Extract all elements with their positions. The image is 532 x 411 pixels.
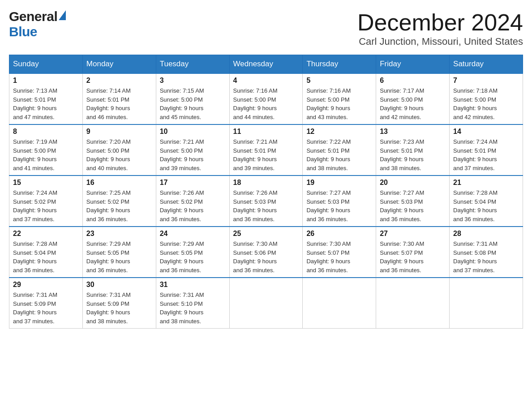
day-info: Sunrise: 7:31 AMSunset: 5:09 PMDaylight:… xyxy=(13,291,79,325)
calendar-cell: 7Sunrise: 7:18 AMSunset: 5:00 PMDaylight… xyxy=(450,73,523,124)
day-number: 28 xyxy=(453,230,519,238)
day-number: 23 xyxy=(86,230,152,238)
day-number: 14 xyxy=(453,128,519,136)
day-info: Sunrise: 7:16 AMSunset: 5:00 PMDaylight:… xyxy=(306,86,372,121)
day-info: Sunrise: 7:18 AMSunset: 5:00 PMDaylight:… xyxy=(453,86,519,121)
calendar-table: SundayMondayTuesdayWednesdayThursdayFrid… xyxy=(9,55,523,329)
day-info: Sunrise: 7:26 AMSunset: 5:03 PMDaylight:… xyxy=(233,188,299,223)
day-info: Sunrise: 7:25 AMSunset: 5:02 PMDaylight:… xyxy=(86,188,152,223)
day-number: 27 xyxy=(380,230,446,238)
day-info: Sunrise: 7:22 AMSunset: 5:01 PMDaylight:… xyxy=(306,137,372,172)
calendar-cell: 3Sunrise: 7:15 AMSunset: 5:00 PMDaylight… xyxy=(156,73,229,124)
calendar-cell: 14Sunrise: 7:24 AMSunset: 5:01 PMDayligh… xyxy=(450,124,523,176)
calendar-cell: 31Sunrise: 7:31 AMSunset: 5:10 PMDayligh… xyxy=(156,278,229,329)
weekday-header-tuesday: Tuesday xyxy=(156,55,229,74)
calendar-cell: 6Sunrise: 7:17 AMSunset: 5:00 PMDaylight… xyxy=(376,73,450,124)
day-number: 13 xyxy=(380,128,446,136)
calendar-cell: 28Sunrise: 7:31 AMSunset: 5:08 PMDayligh… xyxy=(450,227,523,278)
day-number: 3 xyxy=(160,77,226,85)
calendar-cell: 5Sunrise: 7:16 AMSunset: 5:00 PMDaylight… xyxy=(303,73,376,124)
day-info: Sunrise: 7:31 AMSunset: 5:09 PMDaylight:… xyxy=(86,291,152,325)
page-header: General Blue December 2024 Carl Junction… xyxy=(9,9,523,47)
day-number: 16 xyxy=(86,179,152,187)
calendar-cell xyxy=(376,278,450,329)
day-info: Sunrise: 7:26 AMSunset: 5:02 PMDaylight:… xyxy=(160,188,226,223)
calendar-cell: 23Sunrise: 7:29 AMSunset: 5:05 PMDayligh… xyxy=(82,227,156,278)
day-info: Sunrise: 7:30 AMSunset: 5:06 PMDaylight:… xyxy=(233,240,299,274)
day-info: Sunrise: 7:28 AMSunset: 5:04 PMDaylight:… xyxy=(13,240,79,274)
calendar-cell: 8Sunrise: 7:19 AMSunset: 5:00 PMDaylight… xyxy=(9,124,83,176)
day-info: Sunrise: 7:30 AMSunset: 5:07 PMDaylight:… xyxy=(306,240,372,274)
calendar-header-row: SundayMondayTuesdayWednesdayThursdayFrid… xyxy=(9,55,523,74)
day-number: 22 xyxy=(13,230,79,238)
weekday-header-wednesday: Wednesday xyxy=(229,55,303,74)
calendar-cell: 9Sunrise: 7:20 AMSunset: 5:00 PMDaylight… xyxy=(82,124,156,176)
day-info: Sunrise: 7:14 AMSunset: 5:01 PMDaylight:… xyxy=(86,86,152,121)
calendar-cell: 21Sunrise: 7:28 AMSunset: 5:04 PMDayligh… xyxy=(450,176,523,227)
day-number: 9 xyxy=(86,128,152,136)
day-info: Sunrise: 7:24 AMSunset: 5:02 PMDaylight:… xyxy=(13,188,79,223)
day-number: 8 xyxy=(13,128,79,136)
day-number: 11 xyxy=(233,128,299,136)
day-info: Sunrise: 7:24 AMSunset: 5:01 PMDaylight:… xyxy=(453,137,519,172)
calendar-cell: 20Sunrise: 7:27 AMSunset: 5:03 PMDayligh… xyxy=(376,176,450,227)
day-number: 7 xyxy=(453,77,519,85)
weekday-header-saturday: Saturday xyxy=(450,55,523,74)
day-info: Sunrise: 7:17 AMSunset: 5:00 PMDaylight:… xyxy=(380,86,446,121)
month-title: December 2024 xyxy=(357,9,523,36)
calendar-cell: 13Sunrise: 7:23 AMSunset: 5:01 PMDayligh… xyxy=(376,124,450,176)
calendar-cell xyxy=(229,278,303,329)
day-info: Sunrise: 7:19 AMSunset: 5:00 PMDaylight:… xyxy=(13,137,79,172)
calendar-cell: 26Sunrise: 7:30 AMSunset: 5:07 PMDayligh… xyxy=(303,227,376,278)
calendar-cell: 18Sunrise: 7:26 AMSunset: 5:03 PMDayligh… xyxy=(229,176,303,227)
calendar-cell xyxy=(450,278,523,329)
calendar-cell: 30Sunrise: 7:31 AMSunset: 5:09 PMDayligh… xyxy=(82,278,156,329)
day-number: 21 xyxy=(453,179,519,187)
day-number: 18 xyxy=(233,179,299,187)
logo-blue-text: Blue xyxy=(9,24,37,39)
day-info: Sunrise: 7:29 AMSunset: 5:05 PMDaylight:… xyxy=(160,240,226,274)
day-number: 26 xyxy=(306,230,372,238)
day-number: 25 xyxy=(233,230,299,238)
calendar-cell: 25Sunrise: 7:30 AMSunset: 5:06 PMDayligh… xyxy=(229,227,303,278)
calendar-week-row: 1Sunrise: 7:13 AMSunset: 5:01 PMDaylight… xyxy=(9,73,523,124)
day-info: Sunrise: 7:13 AMSunset: 5:01 PMDaylight:… xyxy=(13,86,79,121)
day-info: Sunrise: 7:21 AMSunset: 5:01 PMDaylight:… xyxy=(233,137,299,172)
day-number: 19 xyxy=(306,179,372,187)
day-number: 15 xyxy=(13,179,79,187)
day-number: 10 xyxy=(160,128,226,136)
logo-triangle-icon xyxy=(59,10,66,20)
day-number: 29 xyxy=(13,281,79,289)
calendar-cell: 12Sunrise: 7:22 AMSunset: 5:01 PMDayligh… xyxy=(303,124,376,176)
calendar-cell: 15Sunrise: 7:24 AMSunset: 5:02 PMDayligh… xyxy=(9,176,83,227)
weekday-header-friday: Friday xyxy=(376,55,450,74)
calendar-cell: 24Sunrise: 7:29 AMSunset: 5:05 PMDayligh… xyxy=(156,227,229,278)
day-number: 30 xyxy=(86,281,152,289)
calendar-week-row: 29Sunrise: 7:31 AMSunset: 5:09 PMDayligh… xyxy=(9,278,523,329)
calendar-cell: 29Sunrise: 7:31 AMSunset: 5:09 PMDayligh… xyxy=(9,278,83,329)
logo-general-text: General xyxy=(9,9,57,24)
day-number: 17 xyxy=(160,179,226,187)
calendar-cell: 1Sunrise: 7:13 AMSunset: 5:01 PMDaylight… xyxy=(9,73,83,124)
calendar-cell: 10Sunrise: 7:21 AMSunset: 5:00 PMDayligh… xyxy=(156,124,229,176)
calendar-cell: 17Sunrise: 7:26 AMSunset: 5:02 PMDayligh… xyxy=(156,176,229,227)
day-info: Sunrise: 7:27 AMSunset: 5:03 PMDaylight:… xyxy=(380,188,446,223)
calendar-week-row: 22Sunrise: 7:28 AMSunset: 5:04 PMDayligh… xyxy=(9,227,523,278)
day-info: Sunrise: 7:29 AMSunset: 5:05 PMDaylight:… xyxy=(86,240,152,274)
day-number: 1 xyxy=(13,77,79,85)
calendar-cell: 4Sunrise: 7:16 AMSunset: 5:00 PMDaylight… xyxy=(229,73,303,124)
location-title: Carl Junction, Missouri, United States xyxy=(357,36,523,47)
calendar-cell: 22Sunrise: 7:28 AMSunset: 5:04 PMDayligh… xyxy=(9,227,83,278)
calendar-week-row: 8Sunrise: 7:19 AMSunset: 5:00 PMDaylight… xyxy=(9,124,523,176)
day-info: Sunrise: 7:23 AMSunset: 5:01 PMDaylight:… xyxy=(380,137,446,172)
day-info: Sunrise: 7:31 AMSunset: 5:08 PMDaylight:… xyxy=(453,240,519,274)
calendar-cell: 2Sunrise: 7:14 AMSunset: 5:01 PMDaylight… xyxy=(82,73,156,124)
title-section: December 2024 Carl Junction, Missouri, U… xyxy=(357,9,523,47)
logo: General Blue xyxy=(9,9,66,39)
day-info: Sunrise: 7:20 AMSunset: 5:00 PMDaylight:… xyxy=(86,137,152,172)
day-info: Sunrise: 7:30 AMSunset: 5:07 PMDaylight:… xyxy=(380,240,446,274)
calendar-week-row: 15Sunrise: 7:24 AMSunset: 5:02 PMDayligh… xyxy=(9,176,523,227)
calendar-cell xyxy=(303,278,376,329)
day-info: Sunrise: 7:27 AMSunset: 5:03 PMDaylight:… xyxy=(306,188,372,223)
calendar-cell: 27Sunrise: 7:30 AMSunset: 5:07 PMDayligh… xyxy=(376,227,450,278)
